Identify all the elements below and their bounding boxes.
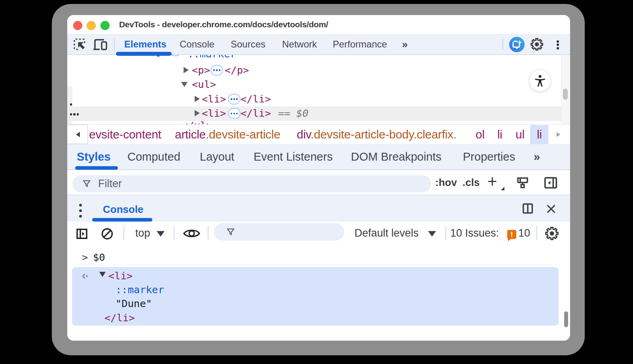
more-sidebar-tabs-icon[interactable]: » <box>534 144 538 170</box>
tab-properties[interactable]: Properties <box>463 144 515 170</box>
device-toolbar-icon[interactable] <box>93 38 108 50</box>
tab-computed[interactable]: Computed <box>127 144 180 170</box>
window-title: DevTools - developer.chrome.com/docs/dev… <box>119 15 328 34</box>
styles-filter-input[interactable]: Filter <box>72 175 431 192</box>
minimize-traffic-light[interactable] <box>87 21 96 30</box>
breadcrumb-scroll-left-button[interactable] <box>67 125 88 144</box>
prompt-value: $0 <box>93 250 105 265</box>
console-evaluated-row[interactable]: > $0 <box>67 250 570 265</box>
context-selector[interactable]: top <box>135 222 150 245</box>
crumb-classes: .devsite-article-body.clearfix. <box>311 128 457 141</box>
expand-arrow-icon[interactable] <box>195 110 200 116</box>
console-filter-input[interactable] <box>214 223 344 241</box>
issues-badge-icon[interactable]: ! <box>507 230 516 239</box>
drawer-kebab-icon[interactable] <box>79 204 82 220</box>
toggle-sidebar-icon[interactable] <box>543 175 558 190</box>
main-toolbar: Elements Console Sources Network Perform… <box>67 34 570 55</box>
tab-console[interactable]: Console <box>180 34 214 54</box>
breadcrumb-item[interactable]: ul <box>515 125 525 144</box>
breadcrumb-bar: evsite-content article.devsite-article d… <box>67 124 570 144</box>
result-text: "Dune" <box>116 297 152 311</box>
open-tag-label[interactable]: <ul> <box>192 77 216 92</box>
console-toolbar: top Default levels 10 Issues: ! 10 <box>67 222 570 246</box>
expand-arrow-icon[interactable] <box>184 67 189 73</box>
console-scrollbar-thumb[interactable] <box>564 311 568 327</box>
tab-layout[interactable]: Layout <box>200 144 234 170</box>
console-messages: > $0 <li> ::marker "Dune" </li> <box>67 245 570 341</box>
crumb-tag: evsite-content <box>89 128 161 141</box>
tab-sources[interactable]: Sources <box>231 34 265 54</box>
elements-tree-panel: ::marker <p> </p> <ul> <li> </li> <box>67 54 570 124</box>
more-tabs-icon[interactable]: » <box>402 34 405 54</box>
expand-ellipsis-icon[interactable] <box>228 94 241 104</box>
close-traffic-light[interactable] <box>73 21 82 30</box>
accessibility-fab[interactable] <box>529 70 551 91</box>
breadcrumb-item[interactable]: article.devsite-article <box>175 125 280 144</box>
prompt-chevron: > <box>82 250 88 265</box>
crumb-tag: ol <box>476 128 485 141</box>
tab-event-listeners[interactable]: Event Listeners <box>254 144 333 170</box>
breadcrumb-item[interactable]: ol <box>476 125 485 144</box>
new-style-rule-button[interactable]: + <box>487 169 497 194</box>
log-levels-selector[interactable]: Default levels <box>354 222 419 245</box>
tree-row-ul[interactable]: <ul> <box>67 77 561 92</box>
breadcrumb-item[interactable]: evsite-content <box>89 125 161 144</box>
ai-assistance-icon[interactable] <box>509 37 525 52</box>
tab-network[interactable]: Network <box>282 34 317 54</box>
elements-tab-underline <box>116 52 172 56</box>
pseudo-marker-label[interactable]: ::marker <box>188 54 236 61</box>
breadcrumb-item[interactable]: div.devsite-article-body.clearfix. <box>297 125 457 144</box>
close-tag-label[interactable]: </ul> <box>182 118 212 124</box>
collapse-arrow-icon[interactable] <box>181 82 188 87</box>
levels-dropdown-icon <box>428 231 436 237</box>
close-tag-label[interactable]: </p> <box>225 63 249 78</box>
console-toolbar-divider <box>208 226 208 240</box>
return-value-icon <box>81 273 89 279</box>
clear-console-icon[interactable] <box>101 228 114 240</box>
result-open-tag: <li> <box>108 269 133 283</box>
expand-ellipsis-icon[interactable] <box>210 65 223 76</box>
console-toolbar-divider <box>445 226 446 240</box>
crumb-tag: article <box>175 128 206 141</box>
tree-row-li1[interactable]: <li> </li> <box>67 92 561 106</box>
breadcrumb-item-selected[interactable]: li <box>537 125 542 144</box>
live-expression-eye-icon[interactable] <box>183 228 201 239</box>
tab-elements[interactable]: Elements <box>124 34 167 54</box>
crumb-tag: li <box>497 128 502 141</box>
rendering-brush-icon[interactable] <box>515 176 530 190</box>
breadcrumb-scroll-right-icon[interactable] <box>557 132 560 137</box>
result-pseudo: ::marker <box>116 283 164 297</box>
filter-funnel-icon <box>82 179 91 188</box>
open-tag-label[interactable]: <li> <box>202 92 226 106</box>
close-tag-label[interactable]: </li> <box>241 92 271 106</box>
zoom-traffic-light[interactable] <box>100 21 110 30</box>
issues-label[interactable]: 10 Issues: <box>450 222 499 245</box>
tab-performance[interactable]: Performance <box>333 34 387 54</box>
hov-button[interactable]: :hov <box>435 170 457 195</box>
expand-arrow-icon[interactable] <box>195 96 200 102</box>
console-sidebar-icon[interactable] <box>76 228 88 240</box>
console-settings-gear-icon[interactable] <box>545 227 559 240</box>
open-tag-label[interactable]: <p> <box>192 63 210 78</box>
tree-row-clipped-bottom[interactable]: </ul> <box>67 118 561 124</box>
screenshot-stage: DevTools - developer.chrome.com/docs/dev… <box>0 0 633 364</box>
console-toolbar-divider <box>123 226 124 240</box>
tab-dom-breakpoints[interactable]: DOM Breakpoints <box>351 144 442 170</box>
close-drawer-icon[interactable] <box>546 203 557 214</box>
issues-count[interactable]: 10 <box>518 222 530 245</box>
elements-scrollbar-track[interactable] <box>561 54 570 124</box>
tree-row-p[interactable]: <p> </p> <box>67 63 561 78</box>
breadcrumb-item[interactable]: li <box>497 125 502 144</box>
settings-gear-icon[interactable] <box>531 38 543 51</box>
console-row-separator <box>72 265 561 265</box>
split-panel-icon[interactable] <box>521 202 534 215</box>
toolbar-divider <box>114 39 115 50</box>
customize-devtools-kebab-icon[interactable] <box>557 40 559 51</box>
elements-scrollbar-thumb[interactable] <box>563 89 568 100</box>
console-result-block[interactable]: <li> ::marker "Dune" </li> <box>72 267 559 326</box>
collapse-arrow-icon[interactable] <box>99 272 106 277</box>
console-toolbar-divider <box>536 226 537 240</box>
inspect-icon[interactable] <box>74 38 85 50</box>
cls-button[interactable]: .cls <box>462 170 479 195</box>
expand-ellipsis-icon[interactable] <box>228 108 241 119</box>
